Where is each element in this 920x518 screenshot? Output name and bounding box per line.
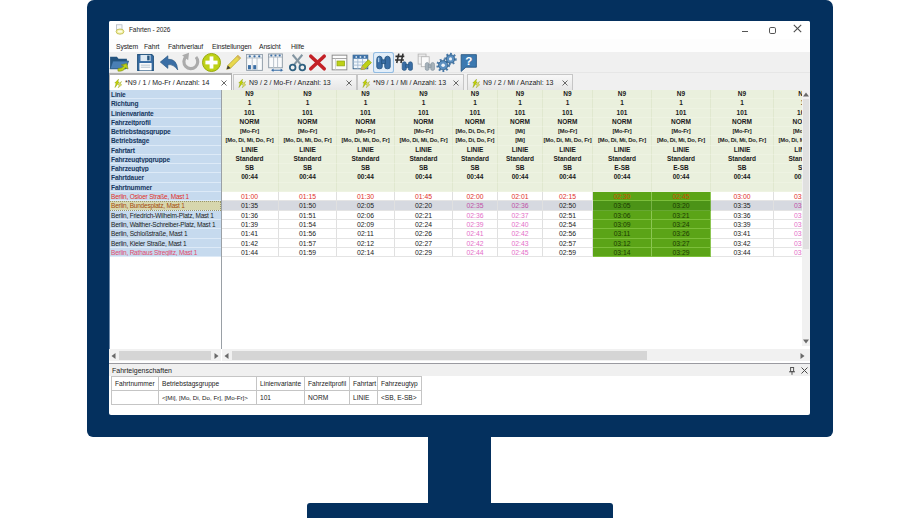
svg-text:?: ? [465,55,472,67]
